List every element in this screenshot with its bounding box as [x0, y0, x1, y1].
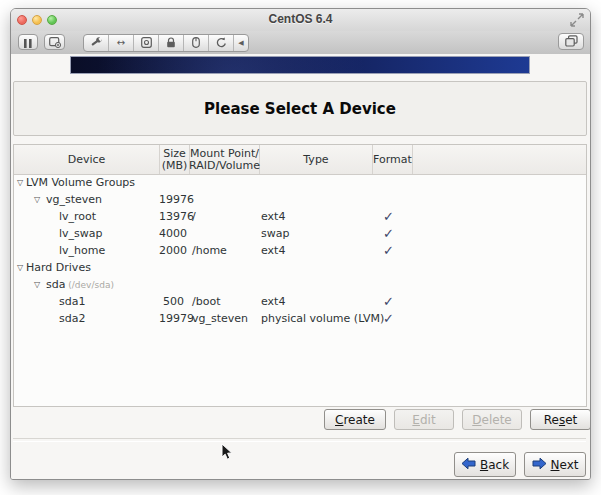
device-table: Device Size (MB) Mount Point/ RAID/Volum… — [13, 144, 587, 407]
device-name: lv_swap — [14, 225, 103, 242]
mount-cell: /home — [188, 242, 257, 259]
footer-separator — [13, 438, 586, 442]
column-header-type[interactable]: Type — [260, 145, 373, 174]
type-cell: swap — [257, 225, 369, 242]
table-row[interactable]: sda219979vg_stevenphysical volume (LVM)✓ — [14, 310, 586, 327]
disk-button[interactable] — [134, 35, 159, 51]
back-button[interactable]: Back — [454, 452, 516, 477]
column-header-device[interactable]: Device — [14, 145, 160, 174]
device-tree-rows: ▽LVM Volume Groups▽vg_steven19976lv_root… — [14, 174, 586, 406]
disk-icon — [141, 37, 152, 50]
snapshot-icon — [49, 33, 61, 52]
type-cell: ext4 — [257, 293, 369, 310]
mount-cell: / — [188, 208, 257, 225]
reset-button[interactable]: Reset — [530, 409, 590, 430]
device-name: sda1 — [14, 293, 85, 310]
vm-toolbar: ↔ ◀ — [11, 31, 590, 55]
back-arrow-icon — [461, 457, 476, 473]
resize-button[interactable]: ↔ — [109, 35, 134, 51]
type-cell: ext4 — [257, 208, 369, 225]
collapse-toolbar-button[interactable]: ◀ — [234, 35, 248, 51]
size-cell: 13976 — [159, 208, 188, 225]
column-header-mount[interactable]: Mount Point/ RAID/Volume — [190, 145, 260, 174]
format-check-icon: ✓ — [369, 293, 408, 310]
snapshot-button[interactable] — [44, 34, 65, 50]
column-header-filler — [413, 145, 586, 174]
device-name: sda (/dev/sda) — [14, 276, 114, 294]
format-check-icon: ✓ — [369, 310, 408, 327]
table-row[interactable]: ▽vg_steven19976 — [14, 191, 586, 208]
pause-button[interactable] — [18, 34, 38, 50]
next-label: Next — [551, 458, 579, 472]
page-title: Please Select A Device — [204, 100, 396, 118]
size-cell: 4000 — [159, 225, 188, 242]
sync-icon — [216, 37, 227, 50]
create-button[interactable]: Create — [324, 409, 386, 430]
column-header-size[interactable]: Size (MB) — [160, 145, 190, 174]
device-name: lv_root — [14, 208, 96, 225]
table-row[interactable]: ▽Hard Drives — [14, 259, 586, 276]
device-name: sda2 — [14, 310, 85, 327]
format-check-icon: ✓ — [369, 225, 408, 242]
table-header: Device Size (MB) Mount Point/ RAID/Volum… — [14, 145, 586, 175]
title-panel: Please Select A Device — [13, 81, 587, 136]
lock-icon — [166, 37, 176, 50]
display-mode-button[interactable] — [558, 33, 584, 50]
sync-button[interactable] — [209, 35, 234, 51]
vm-window: CentOS 6.4 — [10, 8, 591, 480]
mouse-button[interactable] — [184, 35, 209, 51]
size-cell: 19979 — [159, 310, 188, 327]
installer-screen: Please Select A Device Device Size (MB) … — [11, 54, 590, 479]
vm-controls-segmented: ↔ ◀ — [83, 34, 249, 52]
size-cell: 19976 — [159, 191, 188, 208]
settings-button[interactable] — [84, 35, 109, 51]
mouse-icon — [192, 37, 200, 50]
next-arrow-icon — [532, 457, 547, 473]
delete-button[interactable]: Delete — [462, 409, 522, 430]
windows-icon — [565, 32, 578, 51]
format-check-icon: ✓ — [369, 208, 408, 225]
lock-button[interactable] — [159, 35, 184, 51]
device-name: vg_steven — [14, 191, 102, 208]
next-button[interactable]: Next — [524, 452, 586, 477]
size-cell: 500 — [159, 293, 188, 310]
edit-button[interactable]: Edit — [394, 409, 454, 430]
pause-icon — [24, 33, 32, 52]
mount-cell: /boot — [188, 293, 257, 310]
table-row[interactable]: lv_home2000/homeext4✓ — [14, 242, 586, 259]
table-row[interactable]: ▽sda (/dev/sda) — [14, 276, 586, 293]
device-path-note: (/dev/sda) — [65, 280, 113, 290]
type-cell: physical volume (LVM) — [257, 310, 369, 327]
column-header-format[interactable]: Format — [373, 145, 413, 174]
table-row[interactable]: sda1500/bootext4✓ — [14, 293, 586, 310]
table-row[interactable]: lv_swap4000swap✓ — [14, 225, 586, 242]
device-name: lv_home — [14, 242, 105, 259]
fullscreen-icon[interactable] — [569, 12, 585, 28]
collapse-left-icon: ◀ — [238, 40, 243, 47]
wrench-icon — [91, 37, 102, 50]
titlebar[interactable]: CentOS 6.4 — [11, 9, 590, 32]
device-name: Hard Drives — [14, 259, 91, 276]
size-cell: 2000 — [159, 242, 188, 259]
device-name: LVM Volume Groups — [14, 174, 135, 191]
resize-arrows-icon: ↔ — [117, 38, 125, 48]
table-row[interactable]: lv_root13976/ext4✓ — [14, 208, 586, 225]
type-cell: ext4 — [257, 242, 369, 259]
back-label: Back — [480, 458, 509, 472]
table-row[interactable]: ▽LVM Volume Groups — [14, 174, 586, 191]
window-title: CentOS 6.4 — [11, 12, 590, 26]
installer-banner — [70, 56, 530, 74]
mount-cell: vg_steven — [188, 310, 257, 327]
format-check-icon: ✓ — [369, 242, 408, 259]
